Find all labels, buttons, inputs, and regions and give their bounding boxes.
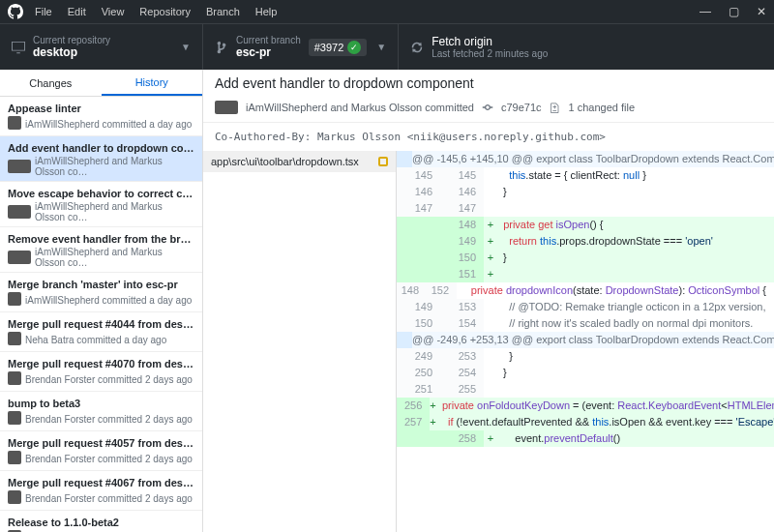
maximize-button[interactable]: ▢ — [729, 5, 739, 18]
menu-repository[interactable]: Repository — [139, 6, 191, 17]
branch-selector[interactable]: Current branchesc-pr #3972✓ ▼ — [203, 24, 399, 70]
author-avatars — [215, 101, 238, 114]
chevron-down-icon: ▼ — [181, 42, 191, 52]
history-commit[interactable]: Release to 1.1.0-beta2Brendan Forster co… — [0, 511, 202, 532]
commit-icon — [482, 102, 493, 113]
menu-help[interactable]: Help — [255, 6, 278, 17]
repo-selector[interactable]: Current repositorydesktop ▼ — [0, 24, 203, 70]
diff-line: 145145 this.state = { clientRect: null } — [397, 167, 774, 184]
repo-label: Current repository — [33, 35, 110, 45]
history-commit[interactable]: Appease linteriAmWillShepherd committed … — [0, 97, 202, 136]
branch-label: Current branch — [236, 35, 301, 45]
toolbar: Current repositorydesktop ▼ Current bran… — [0, 23, 774, 70]
file-item[interactable]: app\src\ui\toolbar\dropdown.tsx — [203, 151, 396, 172]
commit-sha: c79e71c — [501, 102, 542, 113]
commit-detail: Add event handler to dropdown component … — [203, 70, 774, 532]
pr-badge: #3972✓ — [309, 39, 368, 56]
avatar — [8, 160, 31, 173]
history-commit[interactable]: Merge pull request #4044 from desktop/…N… — [0, 312, 202, 352]
diff-line: 256+ private onFoldoutKeyDown = (event: … — [397, 398, 774, 414]
diff-line: @@ -249,6 +253,13 @@ export class Toolba… — [397, 332, 774, 348]
menu-edit[interactable]: Edit — [68, 6, 86, 17]
fetch-label: Fetch origin — [432, 35, 548, 48]
avatar — [8, 205, 31, 219]
history-commit[interactable]: Merge pull request #4070 from desktop/…B… — [0, 352, 202, 392]
sidebar-tabs: Changes History — [0, 70, 202, 97]
fetch-button[interactable]: Fetch originLast fetched 2 minutes ago — [399, 24, 559, 70]
commit-title: Add event handler to dropdown component — [215, 75, 762, 91]
close-button[interactable]: ✕ — [757, 5, 766, 18]
app-menu: FileEditViewRepositoryBranchHelp — [35, 6, 277, 17]
avatar — [8, 292, 21, 308]
repo-name: desktop — [33, 45, 110, 59]
diff-line: 147147 — [397, 200, 774, 217]
sync-icon — [410, 41, 424, 54]
minimize-button[interactable]: — — [700, 5, 711, 18]
diff-line: 251255 — [397, 381, 774, 398]
menu-view[interactable]: View — [102, 6, 125, 17]
history-commit[interactable]: Merge pull request #4057 from desktop/…B… — [0, 431, 202, 471]
diff-line: 150154 // right now it's scaled badly on… — [397, 315, 774, 332]
diff-line: 146146 } — [397, 184, 774, 200]
diff-line: 250254 } — [397, 365, 774, 381]
history-commit[interactable]: Add event handler to dropdown compon…iAm… — [0, 136, 202, 182]
avatar — [8, 451, 21, 466]
diff-line: 257+ if (!event.defaultPrevented && this… — [397, 414, 774, 430]
titlebar: FileEditViewRepositoryBranchHelp —▢✕ — [0, 0, 774, 23]
files-changed: 1 changed file — [569, 102, 636, 113]
chevron-down-icon: ▼ — [376, 42, 386, 52]
diff-line: 258+ event.preventDefault() — [397, 430, 774, 447]
ci-pass-icon: ✓ — [347, 41, 361, 54]
sidebar: Changes History Appease linteriAmWillShe… — [0, 70, 203, 532]
diff-line: 249253 } — [397, 348, 774, 365]
file-path: app\src\ui\toolbar\dropdown.tsx — [211, 156, 359, 167]
diff-line: 151+ — [397, 266, 774, 282]
fetch-time: Last fetched 2 minutes ago — [432, 48, 548, 59]
branch-name: esc-pr — [236, 45, 301, 59]
desktop-icon — [12, 41, 25, 54]
file-list: app\src\ui\toolbar\dropdown.tsx — [203, 151, 397, 532]
history-list[interactable]: Appease linteriAmWillShepherd committed … — [0, 97, 202, 532]
diff-icon — [550, 102, 561, 113]
diff-line: 149153 // @TODO: Remake triangle octicon… — [397, 299, 774, 315]
modified-icon — [378, 157, 388, 166]
avatar — [8, 251, 31, 264]
diff-line: 150+ } — [397, 250, 774, 266]
avatar — [8, 411, 21, 427]
diff-line: @@ -145,6 +145,10 @@ export class Toolba… — [397, 151, 774, 167]
history-commit[interactable]: Move escape behavior to correct compo…iA… — [0, 182, 202, 227]
menu-branch[interactable]: Branch — [206, 6, 240, 17]
branch-icon — [215, 41, 228, 54]
github-logo-icon — [8, 4, 23, 19]
history-commit[interactable]: Merge branch 'master' into esc-priAmWill… — [0, 273, 202, 312]
tab-history[interactable]: History — [102, 70, 203, 96]
menu-file[interactable]: File — [35, 6, 52, 17]
history-commit[interactable]: Remove event handler from the branches…i… — [0, 227, 202, 273]
commit-byline: iAmWillShepherd and Markus Olsson commit… — [246, 102, 474, 113]
avatar — [8, 116, 21, 132]
avatar — [8, 371, 21, 387]
diff-line: 149+ return this.props.dropdownState ===… — [397, 233, 774, 250]
history-commit[interactable]: Merge pull request #4067 from desktop/…B… — [0, 471, 202, 511]
tab-changes[interactable]: Changes — [0, 70, 102, 96]
history-commit[interactable]: bump to beta3Brendan Forster committed 2… — [0, 392, 202, 431]
diff-view[interactable]: @@ -145,6 +145,10 @@ export class Toolba… — [397, 151, 774, 532]
diff-line: 148152 private dropdownIcon(state: Dropd… — [397, 282, 774, 299]
avatar — [8, 332, 21, 347]
commit-body: Co-Authored-By: Markus Olsson <niik@user… — [203, 123, 774, 151]
avatar — [8, 490, 21, 506]
window-controls: —▢✕ — [700, 5, 766, 18]
diff-line: 148+ private get isOpen() { — [397, 217, 774, 233]
